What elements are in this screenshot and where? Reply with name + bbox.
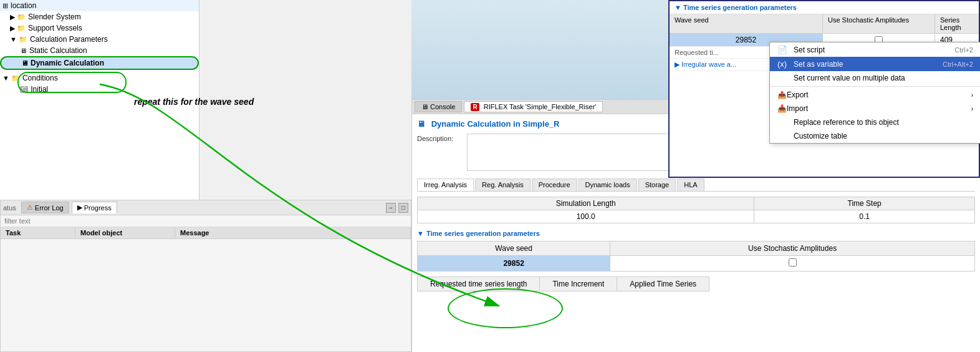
stochastic-check[interactable] <box>610 256 975 271</box>
submenu-arrow-icon: › <box>971 92 973 99</box>
time-step-value[interactable]: 0.1 <box>754 210 975 223</box>
calc-icon: 🖥 <box>21 59 28 67</box>
tree-item-label: Support Vessels <box>28 24 82 32</box>
progress-icon: ▶ <box>77 203 82 212</box>
menu-import[interactable]: 📥 Import › <box>770 102 980 115</box>
menu-customize[interactable]: Customize table <box>770 129 980 143</box>
maximize-btn[interactable]: □ <box>398 203 408 213</box>
filter-row <box>1 215 411 227</box>
ctx-ts-header: ▼ Time series generation parameters <box>670 1 979 14</box>
status-label: atus <box>3 204 16 212</box>
tab-irreg[interactable]: Irreg. Analysis <box>417 178 474 191</box>
analysis-tabs: Irreg. Analysis Reg. Analysis Procedure … <box>417 178 975 192</box>
import-icon: 📥 <box>777 104 787 113</box>
tree-item-label: Calculation Parameters <box>30 35 108 44</box>
folder-icon: ▶ 📁 <box>10 24 26 32</box>
log-panel: atus ⚠ Error Log ▶ Progress − □ Task Mod… <box>0 200 411 352</box>
tree-item-slender[interactable]: ▶ 📁 Slender System <box>0 11 199 22</box>
collapse-arrow-icon: ▼ <box>417 230 424 237</box>
tree-item-static-calc[interactable]: 🖥 Static Calculation <box>0 45 199 56</box>
tab-console[interactable]: 🖥 Console <box>415 101 462 112</box>
c-icon: C <box>20 86 28 93</box>
console-icon: 🖥 <box>421 103 428 110</box>
tree-item-location[interactable]: ⊞ location <box>0 0 199 11</box>
menu-separator <box>770 86 980 87</box>
tree-item-dynamic-calc[interactable]: 🖥 Dynamic Calculation <box>0 56 199 70</box>
tab-storage[interactable]: Storage <box>638 178 676 191</box>
riflex-icon: R <box>471 103 479 111</box>
tree-item-label: Dynamic Calculation <box>31 59 104 67</box>
tab-reg[interactable]: Reg. Analysis <box>475 178 531 191</box>
tree-item-label: Slender System <box>28 12 81 21</box>
ctx-table-header: Wave seed Use Stochastic Amplitudes Seri… <box>670 14 979 34</box>
wave-seed-header: Wave seed <box>418 242 610 256</box>
sim-length-value[interactable]: 100.0 <box>418 210 754 223</box>
applied-ts-header: Applied Time Series <box>617 277 709 291</box>
tree-item-label: Conditions <box>22 74 58 82</box>
time-step-header: Time Step <box>754 197 975 210</box>
tab-error-log[interactable]: ⚠ Error Log <box>21 202 69 213</box>
tab-hla[interactable]: HLA <box>677 178 704 191</box>
context-dropdown: 📄 Set script Ctrl+2 (x) Set as variable … <box>769 42 980 144</box>
variable-icon: (x) <box>777 59 790 69</box>
menu-set-variable[interactable]: (x) Set as variable Ctrl+Alt+2 <box>770 57 980 71</box>
tree-item-support[interactable]: ▶ 📁 Support Vessels <box>0 22 199 34</box>
desc-label: Description: <box>417 134 467 142</box>
tab-progress[interactable]: ▶ Progress <box>72 202 117 213</box>
ctx-collapse-icon: ▼ <box>675 4 683 11</box>
tree-item-label: location <box>11 1 36 10</box>
folder-open-icon: ▼ 📁 <box>10 36 27 44</box>
folder-icon: ▶ 📁 <box>10 13 26 21</box>
title-icon: 🖥 <box>417 119 425 129</box>
time-series-header[interactable]: ▼ Time series generation parameters <box>417 230 975 237</box>
script-icon: 📄 <box>777 45 790 54</box>
tree-item-label: Initial <box>31 85 48 94</box>
tab-procedure[interactable]: Procedure <box>532 178 577 191</box>
expand-icon: ⊞ <box>2 2 8 10</box>
col-task: Task <box>1 227 75 238</box>
menu-set-multiple[interactable]: Set current value on multiple data <box>770 71 980 85</box>
submenu-arrow-icon2: › <box>971 105 973 112</box>
stochastic-checkbox[interactable] <box>789 258 797 266</box>
ts-params-table: Wave seed Use Stochastic Amplitudes 2985… <box>417 241 975 271</box>
error-icon: ⚠ <box>27 203 33 212</box>
menu-set-script[interactable]: 📄 Set script Ctrl+2 <box>770 42 980 57</box>
bottom-ts-row: Requested time series length Time Increm… <box>417 276 975 291</box>
bottom-ts-table: Requested time series length Time Increm… <box>417 276 709 291</box>
context-menu-panel: ▼ Time series generation parameters Wave… <box>668 0 980 178</box>
tree-panel: ⊞ location ▶ 📁 Slender System ▶ 📁 Suppor… <box>0 0 199 200</box>
calc-icon: 🖥 <box>20 47 27 54</box>
tree-item-conditions[interactable]: ▼ 📁 Conditions <box>0 72 199 84</box>
folder-icon: ▼ 📁 <box>2 74 20 82</box>
col-model: Model object <box>75 227 175 238</box>
log-table-header: Task Model object Message <box>1 227 411 239</box>
menu-export[interactable]: 📤 Export › <box>770 88 980 102</box>
tab-riflex[interactable]: R RIFLEX Task 'Simple_Flexible_Riser' <box>464 101 603 112</box>
filter-input[interactable] <box>4 217 407 225</box>
wave-seed-value[interactable]: 29852 <box>418 256 610 271</box>
ctx-stochastic-col: Use Stochastic Amplitudes <box>823 14 935 33</box>
stochastic-header: Use Stochastic Amplitudes <box>610 242 975 256</box>
col-message: Message <box>175 227 411 238</box>
sim-length-table: Simulation Length Time Step 100.0 0.1 <box>417 197 975 223</box>
tab-dynloads[interactable]: Dynamic loads <box>579 178 637 191</box>
tree-item-calc-params[interactable]: ▼ 📁 Calculation Parameters <box>0 34 199 45</box>
time-increment-header: Time Increment <box>540 277 617 291</box>
requested-ts-header: Requested time series length <box>418 277 540 291</box>
tree-item-label: Static Calculation <box>29 46 87 55</box>
menu-replace-ref[interactable]: Replace reference to this object <box>770 115 980 129</box>
log-table-body <box>1 239 411 351</box>
sim-length-header: Simulation Length <box>418 197 754 210</box>
minimize-btn[interactable]: − <box>386 203 396 213</box>
tree-item-initial[interactable]: C Initial <box>0 84 199 95</box>
ctx-series-len-col: Series Length <box>935 14 979 33</box>
log-tabs: atus ⚠ Error Log ▶ Progress − □ <box>1 200 411 215</box>
ctx-wave-seed-col: Wave seed <box>670 14 823 33</box>
panel-controls: − □ <box>386 203 408 213</box>
export-icon: 📤 <box>777 90 787 99</box>
